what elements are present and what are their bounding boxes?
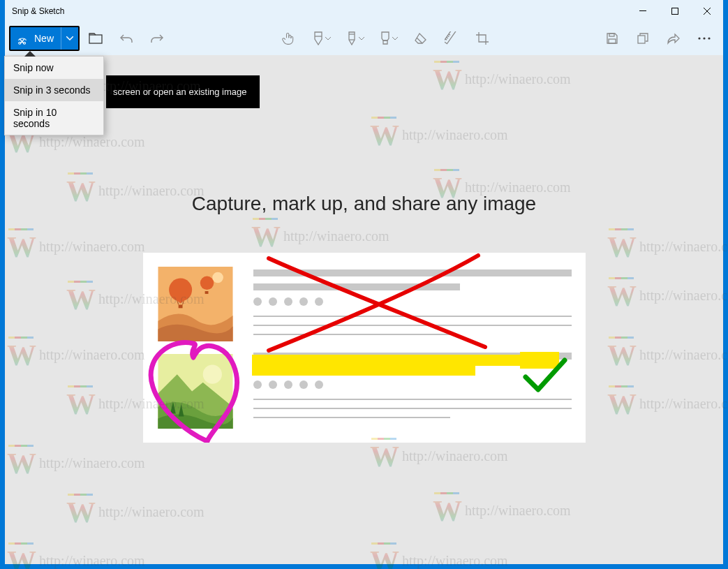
- new-split-button[interactable]: New: [9, 26, 80, 51]
- undo-icon: [120, 33, 133, 44]
- window-title: Snip & Sketch: [5, 6, 64, 16]
- highlighter-button[interactable]: [373, 24, 405, 52]
- undo-button[interactable]: [112, 24, 141, 52]
- ruler-icon: [445, 31, 459, 45]
- toolbar: New: [5, 22, 723, 55]
- chevron-down-icon: [325, 37, 331, 40]
- svg-rect-0: [639, 10, 646, 11]
- svg-point-21: [202, 365, 221, 384]
- highlighter-icon: [380, 31, 391, 45]
- headline-text: Capture, mark up, and share any image: [192, 193, 536, 215]
- svg-rect-7: [609, 39, 616, 43]
- svg-rect-4: [89, 35, 102, 43]
- svg-point-9: [698, 37, 700, 39]
- touch-writing-button[interactable]: [272, 24, 304, 52]
- share-button[interactable]: [659, 24, 688, 52]
- new-button-main[interactable]: New: [10, 27, 61, 50]
- new-button-dropdown[interactable]: [61, 27, 78, 50]
- svg-rect-1: [672, 8, 678, 14]
- snip-icon: [16, 32, 29, 45]
- close-button[interactable]: [691, 0, 723, 22]
- app-window: Snip & Sketch New: [5, 0, 723, 564]
- svg-point-2: [19, 42, 21, 44]
- more-button[interactable]: [690, 24, 719, 52]
- content-area: screen or open an existing image Capture…: [5, 55, 723, 564]
- svg-rect-14: [178, 304, 182, 308]
- illustration-paragraph-1: [253, 269, 572, 306]
- ellipsis-icon: [698, 37, 711, 40]
- folder-icon: [89, 33, 103, 44]
- svg-point-10: [703, 37, 705, 39]
- illustration-thumbnail-balloons: [157, 267, 234, 341]
- pencil-button[interactable]: [339, 24, 371, 52]
- ruler-button[interactable]: [437, 24, 466, 52]
- svg-rect-18: [205, 291, 208, 294]
- tooltip: screen or open an existing image: [106, 75, 260, 108]
- svg-point-11: [708, 37, 710, 39]
- new-dropdown-menu: Snip now Snip in 3 seconds Snip in 10 se…: [4, 56, 104, 135]
- welcome-illustration: [143, 253, 586, 443]
- svg-point-13: [169, 279, 192, 302]
- illustration-thumbnail-landscape: [157, 354, 234, 429]
- open-file-button[interactable]: [81, 24, 110, 52]
- share-icon: [667, 32, 681, 45]
- crop-button[interactable]: [468, 24, 497, 52]
- svg-rect-6: [609, 34, 614, 36]
- pen-icon: [313, 31, 324, 45]
- svg-rect-5: [445, 31, 456, 44]
- new-button-label: New: [34, 33, 54, 44]
- close-icon: [704, 8, 711, 15]
- chevron-down-icon: [66, 36, 73, 40]
- dropdown-item-snip-10s[interactable]: Snip in 10 seconds: [5, 101, 103, 135]
- svg-point-3: [24, 42, 26, 44]
- maximize-icon: [671, 8, 678, 15]
- minimize-icon: [639, 10, 646, 11]
- redo-icon: [151, 33, 163, 44]
- touch-icon: [281, 31, 295, 45]
- dropdown-item-snip-3s[interactable]: Snip in 3 seconds: [5, 79, 103, 101]
- dropdown-item-snip-now[interactable]: Snip now: [5, 57, 103, 79]
- copy-button[interactable]: [628, 24, 658, 52]
- eraser-icon: [414, 32, 428, 45]
- copy-icon: [637, 32, 649, 45]
- pencil-icon: [346, 31, 357, 45]
- illustration-paragraph-2: [253, 353, 572, 389]
- chevron-down-icon: [359, 37, 364, 40]
- ballpoint-pen-button[interactable]: [306, 24, 338, 52]
- tooltip-text: screen or open an existing image: [113, 87, 247, 97]
- svg-point-19: [212, 272, 223, 283]
- svg-rect-8: [638, 36, 645, 43]
- titlebar: Snip & Sketch: [5, 0, 723, 22]
- maximize-button[interactable]: [659, 0, 691, 22]
- save-button[interactable]: [597, 24, 627, 52]
- crop-icon: [475, 31, 489, 45]
- minimize-button[interactable]: [627, 0, 659, 22]
- redo-button[interactable]: [142, 24, 172, 52]
- save-icon: [606, 32, 618, 45]
- chevron-down-icon: [392, 37, 398, 40]
- eraser-button[interactable]: [406, 24, 436, 52]
- svg-point-17: [200, 276, 213, 290]
